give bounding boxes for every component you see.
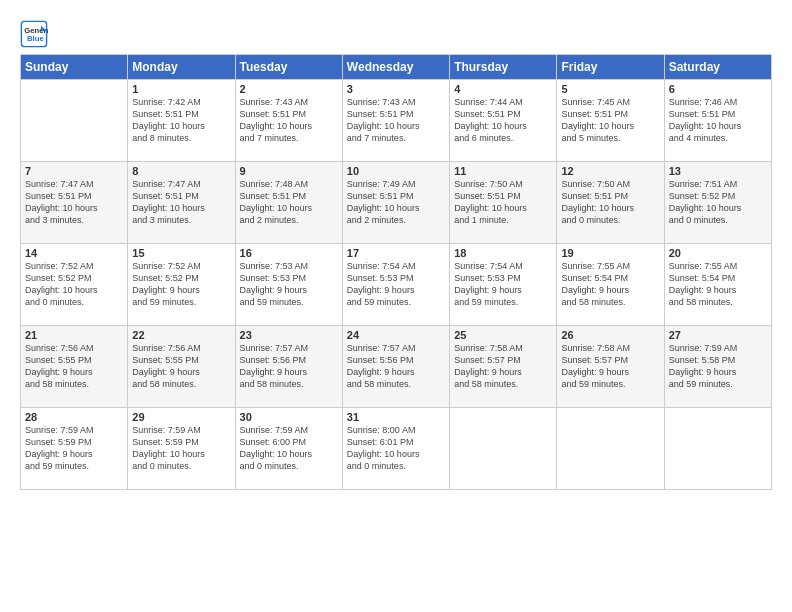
weekday-header-sunday: Sunday — [21, 55, 128, 80]
day-number: 29 — [132, 411, 230, 423]
day-number: 5 — [561, 83, 659, 95]
day-info: Sunrise: 7:43 AM Sunset: 5:51 PM Dayligh… — [347, 96, 445, 145]
day-info: Sunrise: 8:00 AM Sunset: 6:01 PM Dayligh… — [347, 424, 445, 473]
calendar-cell: 2Sunrise: 7:43 AM Sunset: 5:51 PM Daylig… — [235, 80, 342, 162]
calendar-cell: 8Sunrise: 7:47 AM Sunset: 5:51 PM Daylig… — [128, 162, 235, 244]
day-info: Sunrise: 7:59 AM Sunset: 5:58 PM Dayligh… — [669, 342, 767, 391]
calendar-cell — [557, 408, 664, 490]
calendar-cell: 19Sunrise: 7:55 AM Sunset: 5:54 PM Dayli… — [557, 244, 664, 326]
weekday-header-friday: Friday — [557, 55, 664, 80]
header: General Blue — [20, 16, 772, 48]
page: General Blue SundayMondayTuesdayWednesda… — [0, 0, 792, 612]
calendar-cell: 6Sunrise: 7:46 AM Sunset: 5:51 PM Daylig… — [664, 80, 771, 162]
day-info: Sunrise: 7:50 AM Sunset: 5:51 PM Dayligh… — [454, 178, 552, 227]
calendar-cell: 17Sunrise: 7:54 AM Sunset: 5:53 PM Dayli… — [342, 244, 449, 326]
week-row-1: 1Sunrise: 7:42 AM Sunset: 5:51 PM Daylig… — [21, 80, 772, 162]
calendar-cell: 5Sunrise: 7:45 AM Sunset: 5:51 PM Daylig… — [557, 80, 664, 162]
day-info: Sunrise: 7:46 AM Sunset: 5:51 PM Dayligh… — [669, 96, 767, 145]
day-number: 19 — [561, 247, 659, 259]
calendar-cell: 27Sunrise: 7:59 AM Sunset: 5:58 PM Dayli… — [664, 326, 771, 408]
calendar-cell: 14Sunrise: 7:52 AM Sunset: 5:52 PM Dayli… — [21, 244, 128, 326]
day-number: 17 — [347, 247, 445, 259]
calendar: SundayMondayTuesdayWednesdayThursdayFrid… — [20, 54, 772, 490]
day-number: 22 — [132, 329, 230, 341]
day-info: Sunrise: 7:57 AM Sunset: 5:56 PM Dayligh… — [240, 342, 338, 391]
day-number: 26 — [561, 329, 659, 341]
calendar-cell: 30Sunrise: 7:59 AM Sunset: 6:00 PM Dayli… — [235, 408, 342, 490]
day-number: 12 — [561, 165, 659, 177]
day-number: 1 — [132, 83, 230, 95]
day-info: Sunrise: 7:45 AM Sunset: 5:51 PM Dayligh… — [561, 96, 659, 145]
day-info: Sunrise: 7:54 AM Sunset: 5:53 PM Dayligh… — [347, 260, 445, 309]
day-info: Sunrise: 7:54 AM Sunset: 5:53 PM Dayligh… — [454, 260, 552, 309]
day-info: Sunrise: 7:59 AM Sunset: 6:00 PM Dayligh… — [240, 424, 338, 473]
weekday-header-row: SundayMondayTuesdayWednesdayThursdayFrid… — [21, 55, 772, 80]
weekday-header-wednesday: Wednesday — [342, 55, 449, 80]
day-info: Sunrise: 7:57 AM Sunset: 5:56 PM Dayligh… — [347, 342, 445, 391]
day-number: 20 — [669, 247, 767, 259]
day-info: Sunrise: 7:44 AM Sunset: 5:51 PM Dayligh… — [454, 96, 552, 145]
calendar-cell: 9Sunrise: 7:48 AM Sunset: 5:51 PM Daylig… — [235, 162, 342, 244]
svg-text:Blue: Blue — [27, 34, 44, 43]
day-number: 30 — [240, 411, 338, 423]
day-number: 18 — [454, 247, 552, 259]
calendar-cell: 1Sunrise: 7:42 AM Sunset: 5:51 PM Daylig… — [128, 80, 235, 162]
logo: General Blue — [20, 20, 50, 48]
day-info: Sunrise: 7:49 AM Sunset: 5:51 PM Dayligh… — [347, 178, 445, 227]
day-number: 25 — [454, 329, 552, 341]
calendar-cell: 29Sunrise: 7:59 AM Sunset: 5:59 PM Dayli… — [128, 408, 235, 490]
day-info: Sunrise: 7:47 AM Sunset: 5:51 PM Dayligh… — [25, 178, 123, 227]
calendar-cell: 20Sunrise: 7:55 AM Sunset: 5:54 PM Dayli… — [664, 244, 771, 326]
day-number: 31 — [347, 411, 445, 423]
day-info: Sunrise: 7:51 AM Sunset: 5:52 PM Dayligh… — [669, 178, 767, 227]
calendar-cell: 28Sunrise: 7:59 AM Sunset: 5:59 PM Dayli… — [21, 408, 128, 490]
logo-icon: General Blue — [20, 20, 48, 48]
calendar-cell: 7Sunrise: 7:47 AM Sunset: 5:51 PM Daylig… — [21, 162, 128, 244]
day-info: Sunrise: 7:58 AM Sunset: 5:57 PM Dayligh… — [454, 342, 552, 391]
day-number: 15 — [132, 247, 230, 259]
week-row-5: 28Sunrise: 7:59 AM Sunset: 5:59 PM Dayli… — [21, 408, 772, 490]
day-number: 21 — [25, 329, 123, 341]
weekday-header-tuesday: Tuesday — [235, 55, 342, 80]
calendar-cell: 25Sunrise: 7:58 AM Sunset: 5:57 PM Dayli… — [450, 326, 557, 408]
weekday-header-saturday: Saturday — [664, 55, 771, 80]
day-number: 7 — [25, 165, 123, 177]
calendar-cell: 22Sunrise: 7:56 AM Sunset: 5:55 PM Dayli… — [128, 326, 235, 408]
day-info: Sunrise: 7:47 AM Sunset: 5:51 PM Dayligh… — [132, 178, 230, 227]
day-info: Sunrise: 7:56 AM Sunset: 5:55 PM Dayligh… — [25, 342, 123, 391]
day-info: Sunrise: 7:43 AM Sunset: 5:51 PM Dayligh… — [240, 96, 338, 145]
day-number: 9 — [240, 165, 338, 177]
week-row-3: 14Sunrise: 7:52 AM Sunset: 5:52 PM Dayli… — [21, 244, 772, 326]
day-info: Sunrise: 7:48 AM Sunset: 5:51 PM Dayligh… — [240, 178, 338, 227]
calendar-cell: 15Sunrise: 7:52 AM Sunset: 5:52 PM Dayli… — [128, 244, 235, 326]
day-info: Sunrise: 7:59 AM Sunset: 5:59 PM Dayligh… — [132, 424, 230, 473]
calendar-cell: 13Sunrise: 7:51 AM Sunset: 5:52 PM Dayli… — [664, 162, 771, 244]
calendar-cell: 26Sunrise: 7:58 AM Sunset: 5:57 PM Dayli… — [557, 326, 664, 408]
day-number: 8 — [132, 165, 230, 177]
day-number: 3 — [347, 83, 445, 95]
day-number: 10 — [347, 165, 445, 177]
day-info: Sunrise: 7:52 AM Sunset: 5:52 PM Dayligh… — [25, 260, 123, 309]
weekday-header-monday: Monday — [128, 55, 235, 80]
calendar-cell — [450, 408, 557, 490]
calendar-cell: 11Sunrise: 7:50 AM Sunset: 5:51 PM Dayli… — [450, 162, 557, 244]
day-info: Sunrise: 7:53 AM Sunset: 5:53 PM Dayligh… — [240, 260, 338, 309]
day-number: 28 — [25, 411, 123, 423]
calendar-cell — [21, 80, 128, 162]
day-number: 6 — [669, 83, 767, 95]
calendar-cell: 4Sunrise: 7:44 AM Sunset: 5:51 PM Daylig… — [450, 80, 557, 162]
day-number: 23 — [240, 329, 338, 341]
calendar-cell: 24Sunrise: 7:57 AM Sunset: 5:56 PM Dayli… — [342, 326, 449, 408]
weekday-header-thursday: Thursday — [450, 55, 557, 80]
day-info: Sunrise: 7:55 AM Sunset: 5:54 PM Dayligh… — [561, 260, 659, 309]
day-number: 4 — [454, 83, 552, 95]
calendar-cell: 31Sunrise: 8:00 AM Sunset: 6:01 PM Dayli… — [342, 408, 449, 490]
day-info: Sunrise: 7:42 AM Sunset: 5:51 PM Dayligh… — [132, 96, 230, 145]
week-row-4: 21Sunrise: 7:56 AM Sunset: 5:55 PM Dayli… — [21, 326, 772, 408]
day-number: 14 — [25, 247, 123, 259]
day-number: 13 — [669, 165, 767, 177]
day-number: 2 — [240, 83, 338, 95]
calendar-cell: 10Sunrise: 7:49 AM Sunset: 5:51 PM Dayli… — [342, 162, 449, 244]
day-number: 27 — [669, 329, 767, 341]
calendar-cell: 23Sunrise: 7:57 AM Sunset: 5:56 PM Dayli… — [235, 326, 342, 408]
